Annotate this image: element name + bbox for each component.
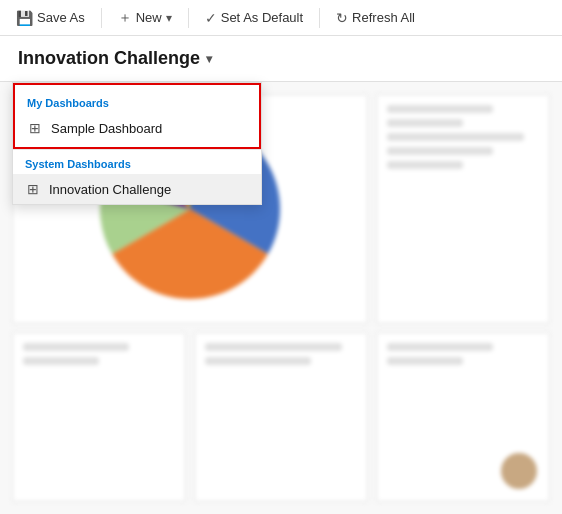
dashboard-title-button[interactable]: Innovation Challenge ▾ xyxy=(12,44,218,73)
bottom-tile-3 xyxy=(376,332,550,502)
toolbar: 💾 Save As ＋ New ▾ ✓ Set As Default ↻ Ref… xyxy=(0,0,562,36)
dashboard-icon-sample: ⊞ xyxy=(27,120,43,136)
system-dashboards-section: System Dashboards ⊞ Innovation Challenge xyxy=(13,149,261,204)
checkmark-icon: ✓ xyxy=(205,10,217,26)
refresh-all-button[interactable]: ↻ Refresh All xyxy=(328,6,423,30)
btile3-line1 xyxy=(387,343,493,351)
save-as-label: Save As xyxy=(37,10,85,25)
tile-placeholder-1 xyxy=(387,105,493,113)
sample-dashboard-item[interactable]: ⊞ Sample Dashboard xyxy=(15,113,259,143)
sample-dashboard-label: Sample Dashboard xyxy=(51,121,162,136)
tile-placeholder-3 xyxy=(387,133,524,141)
new-label: New xyxy=(136,10,162,25)
refresh-all-label: Refresh All xyxy=(352,10,415,25)
dashboard-title: Innovation Challenge xyxy=(18,48,200,69)
refresh-icon: ↻ xyxy=(336,10,348,26)
set-default-label: Set As Default xyxy=(221,10,303,25)
dashboard-dropdown: My Dashboards ⊞ Sample Dashboard System … xyxy=(12,82,262,205)
new-chevron-icon: ▾ xyxy=(166,11,172,25)
right-tile-1 xyxy=(376,94,550,324)
save-as-button[interactable]: 💾 Save As xyxy=(8,6,93,30)
tile-placeholder-5 xyxy=(387,161,463,169)
system-dashboards-header[interactable]: System Dashboards xyxy=(13,150,261,174)
new-button[interactable]: ＋ New ▾ xyxy=(110,5,180,31)
my-dashboards-header[interactable]: My Dashboards xyxy=(15,89,259,113)
btile1-line1 xyxy=(23,343,129,351)
btile1-line2 xyxy=(23,357,99,365)
btile2-line2 xyxy=(205,357,311,365)
save-icon: 💾 xyxy=(16,10,33,26)
innovation-challenge-item[interactable]: ⊞ Innovation Challenge xyxy=(13,174,261,204)
title-chevron-icon: ▾ xyxy=(206,52,212,66)
divider-3 xyxy=(319,8,320,28)
avatar xyxy=(501,453,537,489)
my-dashboards-section: My Dashboards ⊞ Sample Dashboard xyxy=(13,83,261,149)
btile3-line2 xyxy=(387,357,463,365)
bottom-tile-1 xyxy=(12,332,186,502)
plus-icon: ＋ xyxy=(118,9,132,27)
title-bar: Innovation Challenge ▾ xyxy=(0,36,562,82)
divider-2 xyxy=(188,8,189,28)
dashboard-icon-innovation: ⊞ xyxy=(25,181,41,197)
innovation-challenge-label: Innovation Challenge xyxy=(49,182,171,197)
tile-placeholder-2 xyxy=(387,119,463,127)
set-default-button[interactable]: ✓ Set As Default xyxy=(197,6,311,30)
bottom-tile-2 xyxy=(194,332,368,502)
tile-placeholder-4 xyxy=(387,147,493,155)
btile2-line1 xyxy=(205,343,342,351)
divider-1 xyxy=(101,8,102,28)
